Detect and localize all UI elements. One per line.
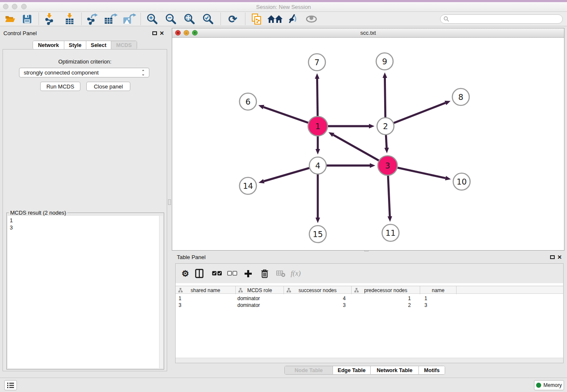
network-from-file-icon[interactable] [250,13,262,25]
run-mcds-button[interactable]: Run MCDS [40,82,80,91]
cell-shared-name[interactable]: 3 [176,302,236,309]
result-scrollbar[interactable] [159,216,163,368]
cell-successor-nodes[interactable]: 3 [284,302,352,309]
titlebar: Session: New Session [0,2,567,12]
export-network-icon[interactable] [86,13,98,25]
add-row-icon[interactable] [244,268,252,279]
graph-edge-arrow-2-3 [384,148,389,153]
delete-row-trash-icon[interactable] [261,268,269,279]
tab-style[interactable]: Style [64,41,86,49]
column-header-predecessor-nodes[interactable]: predecessor nodes [352,286,420,294]
hide-graphics-details-icon[interactable] [287,13,299,25]
delete-table-icon[interactable] [276,268,286,279]
toolbar-separator [220,13,221,25]
toolbar-separator [81,13,82,25]
refresh-icon[interactable]: ⟳ [227,13,239,25]
graph-edge-4-14[interactable] [264,168,309,181]
control-panel-float-icon[interactable] [152,31,157,35]
column-tree-icon [286,288,291,293]
graph-edge-2-8[interactable] [394,103,446,123]
network-window-titlebar[interactable]: ✕ − + scc.txt [172,28,564,38]
show-columns-icon[interactable] [195,268,204,279]
mcds-panel: Optimization criterion: strongly connect… [3,49,167,371]
tab-motifs[interactable]: Motifs [419,366,445,374]
graph-edge-arrow-3-10 [445,176,451,180]
graph-node-label-1: 1 [315,121,320,131]
tab-edge-table[interactable]: Edge Table [333,366,371,374]
memory-button[interactable]: Memory [534,380,564,390]
search-input[interactable] [451,15,562,23]
close-panel-button[interactable]: Close panel [86,82,130,91]
zoom-in-icon[interactable] [146,13,158,25]
deselect-all-columns-icon[interactable] [227,268,237,279]
table-panel-float-icon[interactable] [550,255,555,259]
search-field[interactable] [440,14,563,24]
select-all-columns-icon[interactable] [212,268,222,279]
open-session-icon[interactable] [4,13,16,25]
show-graphics-details-icon[interactable] [306,13,317,25]
graph-edge-3-1[interactable] [333,135,379,161]
zoom-selected-icon[interactable] [202,13,214,25]
cell-shared-name[interactable]: 1 [176,295,236,302]
tab-mcds[interactable]: MCDS [111,41,137,49]
graph-edge-2-3[interactable] [386,135,387,148]
graph-node-label-7: 7 [314,58,319,67]
mcds-result-text[interactable]: 1 3 [8,216,159,368]
graph-node-label-8: 8 [458,92,463,102]
cell-mcds-role[interactable]: dominator [236,302,284,309]
graph-edge-arrow-4-14 [259,179,264,183]
column-tree-icon [238,288,243,293]
cell-predecessor-nodes[interactable]: 2 [352,302,420,309]
vertical-splitter-handle[interactable] [168,199,171,205]
zoom-fit-icon[interactable] [184,13,195,25]
save-session-icon[interactable] [21,13,33,25]
graph-edge-1-6[interactable] [264,107,308,123]
function-builder-icon[interactable]: f(x) [291,268,301,279]
zoom-out-icon[interactable] [165,13,177,25]
export-image-icon[interactable] [123,13,136,25]
graph-node-label-14: 14 [243,181,253,190]
chevron-updown-icon: ⌃⌄ [141,70,145,75]
table-row[interactable]: 3 dominator 3 2 3 [176,302,563,309]
criterion-dropdown[interactable]: strongly connected component ⌃⌄ [19,68,149,77]
memory-status-icon [536,383,541,388]
column-tree-icon [354,288,359,293]
graph-edge-arrow-4-3 [370,163,375,168]
column-header-shared-name[interactable]: shared name [176,286,236,294]
graph-node-label-6: 6 [245,97,250,106]
table-panel-title: Table Panel [177,254,206,260]
list-icon [7,382,14,389]
table-row[interactable]: 1 dominator 4 1 1 [176,295,563,302]
column-header-name[interactable]: name [420,286,457,294]
table-hscrollbar[interactable] [176,358,563,363]
graph-edge-3-10[interactable] [397,168,445,178]
import-network-icon[interactable] [43,13,55,25]
graph-edge-3-11[interactable] [388,176,390,216]
import-table-icon[interactable] [64,13,76,25]
table-settings-gear-icon[interactable]: ⚙ [182,268,189,279]
criterion-value: strongly connected component [24,69,99,76]
cell-name[interactable]: 3 [420,302,457,309]
control-panel-tabs: Network Style Select MCDS [33,41,137,50]
control-panel-close-icon[interactable]: ✕ [160,30,164,36]
column-header-successor-nodes[interactable]: successor nodes [284,286,352,294]
task-history-button[interactable] [4,380,17,390]
cell-predecessor-nodes[interactable]: 1 [352,295,420,302]
control-panel-title: Control Panel [3,30,37,36]
column-header-mcds-role[interactable]: MCDS role [236,286,284,294]
network-graph-canvas[interactable]: 7968124314101511 [172,38,564,251]
tab-node-table[interactable]: Node Table [285,366,333,374]
graph-edge-1-7[interactable] [317,79,318,116]
graph-edge-arrow-1-7 [315,73,319,79]
home-icon[interactable] [267,13,283,25]
tab-network[interactable]: Network [33,41,64,49]
cell-successor-nodes[interactable]: 4 [284,295,352,302]
cell-name[interactable]: 1 [420,295,457,302]
tab-select[interactable]: Select [86,41,111,49]
node-table-panel: ⚙ [175,263,564,363]
export-table-icon[interactable] [104,13,118,25]
graph-edge-2-9[interactable] [385,78,385,117]
tab-network-table[interactable]: Network Table [371,366,419,374]
table-panel-close-icon[interactable]: ✕ [557,254,562,260]
cell-mcds-role[interactable]: dominator [236,295,284,302]
